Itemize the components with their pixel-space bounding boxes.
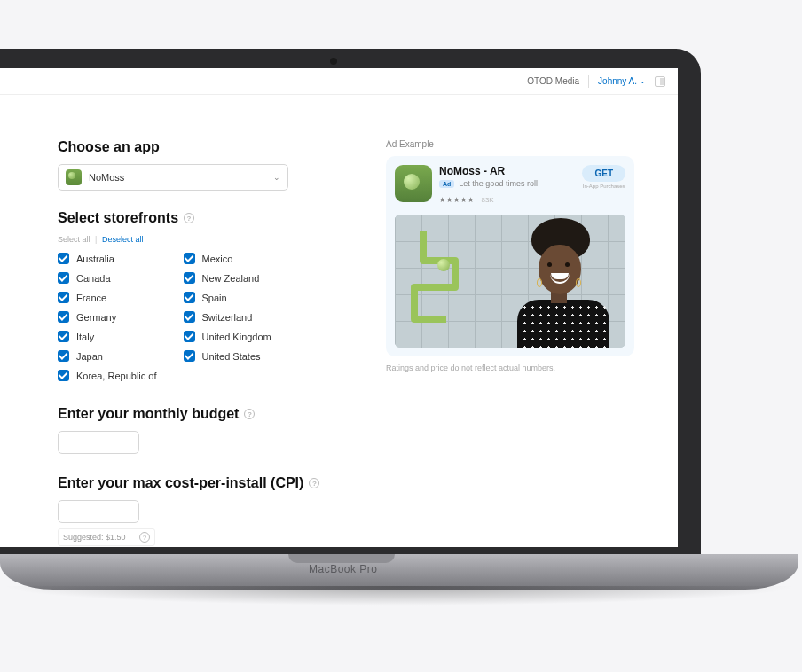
camera-dot	[330, 58, 337, 65]
checkbox-icon[interactable]	[184, 253, 195, 264]
ad-tagline-row: Ad Let the good times roll	[439, 179, 575, 188]
storefront-item[interactable]: Korea, Republic of	[58, 370, 157, 381]
checkbox-icon[interactable]	[184, 350, 195, 362]
help-icon[interactable]: ?	[309, 478, 319, 488]
app-select-value: NoMoss	[89, 172, 124, 183]
storefront-grid: AustraliaCanadaFranceGermanyItalyJapanKo…	[58, 253, 342, 381]
storefront-label: Korea, Republic of	[76, 371, 157, 381]
star-icon: ★★★★★	[439, 196, 475, 204]
ad-hero-image	[395, 215, 625, 348]
cpi-heading: Enter your max cost-per-install (CPI) ?	[58, 475, 342, 491]
budget-heading-text: Enter your monthly budget	[58, 406, 239, 422]
get-button[interactable]: GET	[582, 165, 625, 182]
choose-app-heading: Choose an app	[58, 139, 342, 155]
content-area: Choose an app NoMoss ⌄ Select storefront…	[58, 139, 660, 547]
storefronts-heading-text: Select storefronts	[58, 210, 178, 226]
cpi-block: Enter your max cost-per-install (CPI) ? …	[58, 475, 342, 546]
ad-rating-row: ★★★★★ 83K	[439, 190, 575, 206]
storefront-item[interactable]: United Kingdom	[184, 331, 271, 342]
storefront-label: Switzerland	[202, 312, 253, 323]
chevron-down-icon: ⌄	[640, 77, 646, 85]
storefront-item[interactable]: Australia	[58, 253, 157, 264]
help-icon[interactable]: ?	[244, 409, 255, 419]
storefront-item[interactable]: Switzerland	[184, 311, 271, 323]
person-illustration	[492, 215, 625, 348]
storefront-item[interactable]: Japan	[58, 350, 157, 362]
storefront-label: Germany	[76, 312, 116, 323]
storefront-label: Australia	[76, 254, 114, 264]
checkbox-icon[interactable]	[58, 253, 69, 264]
choose-app-heading-text: Choose an app	[58, 139, 160, 155]
budget-input[interactable]	[58, 431, 139, 454]
preview-disclaimer: Ratings and price do not reflect actual …	[386, 363, 660, 372]
trackpad-notch	[288, 554, 395, 563]
storefront-item[interactable]: United States	[184, 350, 271, 362]
storefront-label: Canada	[76, 273, 111, 284]
help-icon[interactable]: ?	[139, 532, 150, 543]
checkbox-icon[interactable]	[58, 292, 69, 303]
user-menu[interactable]: Johnny A. ⌄	[598, 76, 646, 86]
checkbox-icon[interactable]	[58, 370, 69, 381]
org-name: OTOD Media	[527, 76, 579, 86]
storefront-item[interactable]: Canada	[58, 272, 157, 284]
panel-toggle-icon[interactable]	[655, 76, 665, 87]
ad-tagline: Let the good times roll	[459, 179, 538, 188]
cpi-input[interactable]	[58, 500, 139, 523]
checkbox-icon[interactable]	[184, 331, 195, 342]
ad-title: NoMoss - AR	[439, 165, 575, 177]
storefront-item[interactable]: Spain	[184, 292, 271, 303]
preview-column: Ad Example NoMoss - AR Ad Let the good t…	[386, 139, 660, 547]
user-name: Johnny A.	[598, 76, 637, 86]
form-column: Choose an app NoMoss ⌄ Select storefront…	[58, 139, 342, 547]
select-links: Select all | Deselect all	[58, 235, 342, 244]
screen-bezel: OTOD Media Johnny A. ⌄ Choose an app NoM…	[0, 49, 701, 556]
checkbox-icon[interactable]	[58, 331, 69, 342]
checkbox-icon[interactable]	[58, 311, 69, 323]
select-all-link[interactable]: Select all	[58, 235, 90, 244]
help-icon[interactable]: ?	[184, 213, 194, 223]
ad-header: NoMoss - AR Ad Let the good times roll ★…	[395, 165, 625, 206]
budget-block: Enter your monthly budget ?	[58, 406, 342, 454]
storefront-item[interactable]: Italy	[58, 331, 157, 342]
top-bar: OTOD Media Johnny A. ⌄	[0, 68, 678, 95]
storefront-item[interactable]: New Zealand	[184, 272, 271, 284]
screen: OTOD Media Johnny A. ⌄ Choose an app NoM…	[0, 68, 678, 547]
laptop-base	[0, 554, 798, 590]
cpi-heading-text: Enter your max cost-per-install (CPI)	[58, 475, 303, 491]
deselect-all-link[interactable]: Deselect all	[102, 235, 144, 244]
storefront-label: Japan	[76, 351, 103, 362]
storefront-label: Italy	[76, 332, 94, 342]
storefront-col-2: MexicoNew ZealandSpainSwitzerlandUnited …	[184, 253, 271, 381]
cpi-suggested: Suggested: $1.50 ?	[58, 528, 155, 546]
green-ball-icon	[437, 259, 450, 271]
ad-action: GET In-App Purchases	[582, 165, 625, 189]
storefront-item[interactable]: Germany	[58, 311, 157, 323]
iap-label: In-App Purchases	[583, 184, 625, 189]
preview-label: Ad Example	[386, 139, 660, 149]
ad-meta: NoMoss - AR Ad Let the good times roll ★…	[439, 165, 575, 206]
ad-rating-count: 83K	[481, 196, 493, 204]
chevron-down-icon: ⌄	[273, 173, 280, 182]
storefront-label: New Zealand	[202, 273, 260, 284]
app-icon	[66, 169, 82, 185]
ad-app-icon	[395, 165, 432, 202]
device-label: MacBook Pro	[309, 563, 378, 575]
app-select[interactable]: NoMoss ⌄	[58, 164, 288, 191]
storefront-label: United Kingdom	[202, 332, 271, 342]
checkbox-icon[interactable]	[184, 292, 195, 303]
divider: |	[95, 235, 97, 244]
checkbox-icon[interactable]	[184, 311, 195, 323]
ad-badge: Ad	[439, 180, 454, 188]
budget-heading: Enter your monthly budget ?	[58, 406, 342, 422]
storefront-item[interactable]: Mexico	[184, 253, 271, 264]
checkbox-icon[interactable]	[58, 272, 69, 284]
cpi-suggested-label: Suggested: $1.50	[63, 533, 126, 542]
storefronts-heading: Select storefronts ?	[58, 210, 342, 226]
storefront-label: France	[76, 293, 106, 303]
storefront-label: Spain	[202, 293, 227, 303]
checkbox-icon[interactable]	[58, 350, 69, 362]
storefront-item[interactable]: France	[58, 292, 157, 303]
checkbox-icon[interactable]	[184, 272, 195, 284]
ad-card: NoMoss - AR Ad Let the good times roll ★…	[386, 156, 634, 356]
storefront-col-1: AustraliaCanadaFranceGermanyItalyJapanKo…	[58, 253, 157, 381]
